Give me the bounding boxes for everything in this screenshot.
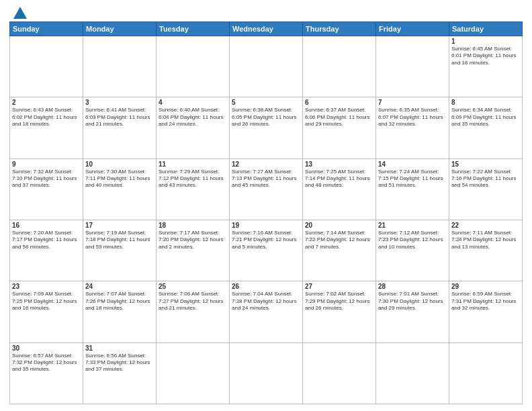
day-number: 27 [305, 283, 373, 290]
calendar-cell: 26Sunrise: 7:04 AM Sunset: 7:28 PM Dayli… [230, 281, 303, 342]
calendar-cell [157, 342, 230, 404]
day-info: Sunrise: 7:29 AM Sunset: 7:12 PM Dayligh… [159, 169, 227, 189]
calendar-cell [83, 36, 157, 97]
weekday-header-wednesday: Wednesday [230, 22, 303, 36]
calendar-cell: 27Sunrise: 7:02 AM Sunset: 7:29 PM Dayli… [303, 281, 376, 342]
day-number: 20 [305, 222, 373, 229]
day-number: 15 [451, 161, 520, 168]
day-info: Sunrise: 6:56 AM Sunset: 7:33 PM Dayligh… [85, 353, 154, 373]
day-info: Sunrise: 6:40 AM Sunset: 6:04 PM Dayligh… [159, 107, 227, 128]
day-info: Sunrise: 6:34 AM Sunset: 6:09 PM Dayligh… [451, 107, 520, 128]
day-info: Sunrise: 7:12 AM Sunset: 7:23 PM Dayligh… [378, 230, 447, 250]
calendar-cell: 2Sunrise: 6:43 AM Sunset: 6:02 PM Daylig… [10, 97, 83, 158]
calendar-cell: 9Sunrise: 7:32 AM Sunset: 7:10 PM Daylig… [10, 158, 83, 220]
day-info: Sunrise: 6:43 AM Sunset: 6:02 PM Dayligh… [12, 107, 81, 128]
calendar-cell [230, 36, 303, 97]
day-number: 21 [378, 222, 447, 229]
calendar-cell: 19Sunrise: 7:16 AM Sunset: 7:21 PM Dayli… [230, 220, 303, 281]
day-info: Sunrise: 7:09 AM Sunset: 7:25 PM Dayligh… [12, 291, 81, 312]
weekday-header-sunday: Sunday [10, 22, 83, 36]
week-row-5: 30Sunrise: 6:57 AM Sunset: 7:32 PM Dayli… [10, 342, 523, 404]
calendar-cell: 24Sunrise: 7:07 AM Sunset: 7:26 PM Dayli… [83, 281, 157, 342]
day-info: Sunrise: 7:30 AM Sunset: 7:11 PM Dayligh… [85, 169, 154, 189]
day-number: 2 [12, 99, 81, 106]
calendar-cell: 14Sunrise: 7:24 AM Sunset: 7:15 PM Dayli… [376, 158, 449, 220]
page: SundayMondayTuesdayWednesdayThursdayFrid… [0, 0, 532, 411]
day-number: 11 [159, 161, 227, 168]
day-info: Sunrise: 7:19 AM Sunset: 7:18 PM Dayligh… [85, 230, 154, 250]
day-number: 23 [12, 283, 81, 290]
day-info: Sunrise: 7:07 AM Sunset: 7:26 PM Dayligh… [85, 291, 154, 312]
day-number: 16 [12, 222, 81, 229]
logo-area [9, 7, 27, 19]
calendar-cell [449, 342, 523, 404]
week-row-0: 1Sunrise: 6:45 AM Sunset: 6:01 PM Daylig… [10, 36, 523, 97]
day-info: Sunrise: 7:17 AM Sunset: 7:20 PM Dayligh… [159, 230, 227, 250]
day-info: Sunrise: 7:06 AM Sunset: 7:27 PM Dayligh… [159, 291, 227, 312]
calendar-cell: 7Sunrise: 6:35 AM Sunset: 6:07 PM Daylig… [376, 97, 449, 158]
calendar-cell: 6Sunrise: 6:37 AM Sunset: 6:06 PM Daylig… [303, 97, 376, 158]
day-number: 6 [305, 99, 373, 106]
calendar-cell: 8Sunrise: 6:34 AM Sunset: 6:09 PM Daylig… [449, 97, 523, 158]
week-row-2: 9Sunrise: 7:32 AM Sunset: 7:10 PM Daylig… [10, 158, 523, 220]
day-number: 24 [85, 283, 154, 290]
calendar-cell [376, 342, 449, 404]
weekday-header-monday: Monday [83, 22, 157, 36]
day-number: 5 [232, 99, 300, 106]
day-info: Sunrise: 7:27 AM Sunset: 7:13 PM Dayligh… [232, 169, 300, 189]
day-number: 29 [451, 283, 520, 290]
day-number: 10 [85, 161, 154, 168]
day-number: 19 [232, 222, 300, 229]
calendar-cell: 30Sunrise: 6:57 AM Sunset: 7:32 PM Dayli… [10, 342, 83, 404]
weekday-header-tuesday: Tuesday [157, 22, 230, 36]
calendar-cell: 11Sunrise: 7:29 AM Sunset: 7:12 PM Dayli… [157, 158, 230, 220]
calendar-cell: 25Sunrise: 7:06 AM Sunset: 7:27 PM Dayli… [157, 281, 230, 342]
day-number: 26 [232, 283, 300, 290]
calendar-cell [303, 36, 376, 97]
calendar-cell: 4Sunrise: 6:40 AM Sunset: 6:04 PM Daylig… [157, 97, 230, 158]
day-info: Sunrise: 7:16 AM Sunset: 7:21 PM Dayligh… [232, 230, 300, 250]
calendar-cell: 12Sunrise: 7:27 AM Sunset: 7:13 PM Dayli… [230, 158, 303, 220]
day-number: 4 [159, 99, 227, 106]
calendar-cell [376, 36, 449, 97]
calendar-table: SundayMondayTuesdayWednesdayThursdayFrid… [9, 21, 523, 404]
day-info: Sunrise: 7:24 AM Sunset: 7:15 PM Dayligh… [378, 169, 447, 189]
calendar-cell [230, 342, 303, 404]
day-number: 13 [305, 161, 373, 168]
calendar-cell: 18Sunrise: 7:17 AM Sunset: 7:20 PM Dayli… [157, 220, 230, 281]
week-row-1: 2Sunrise: 6:43 AM Sunset: 6:02 PM Daylig… [10, 97, 523, 158]
calendar-cell: 13Sunrise: 7:25 AM Sunset: 7:14 PM Dayli… [303, 158, 376, 220]
day-number: 31 [85, 345, 154, 352]
calendar-cell: 22Sunrise: 7:11 AM Sunset: 7:24 PM Dayli… [449, 220, 523, 281]
calendar-cell: 17Sunrise: 7:19 AM Sunset: 7:18 PM Dayli… [83, 220, 157, 281]
day-number: 30 [12, 345, 81, 352]
day-number: 1 [451, 38, 520, 45]
day-info: Sunrise: 6:38 AM Sunset: 6:05 PM Dayligh… [232, 107, 300, 128]
day-info: Sunrise: 7:01 AM Sunset: 7:30 PM Dayligh… [378, 291, 447, 312]
calendar-cell [10, 36, 83, 97]
day-info: Sunrise: 6:35 AM Sunset: 6:07 PM Dayligh… [378, 107, 447, 128]
calendar-cell: 15Sunrise: 7:22 AM Sunset: 7:16 PM Dayli… [449, 158, 523, 220]
weekday-header-saturday: Saturday [449, 22, 523, 36]
week-row-4: 23Sunrise: 7:09 AM Sunset: 7:25 PM Dayli… [10, 281, 523, 342]
calendar-cell: 16Sunrise: 7:20 AM Sunset: 7:17 PM Dayli… [10, 220, 83, 281]
day-number: 12 [232, 161, 300, 168]
day-info: Sunrise: 7:32 AM Sunset: 7:10 PM Dayligh… [12, 169, 81, 189]
weekday-header-thursday: Thursday [303, 22, 376, 36]
day-info: Sunrise: 6:45 AM Sunset: 6:01 PM Dayligh… [451, 46, 520, 66]
day-number: 18 [159, 222, 227, 229]
day-info: Sunrise: 6:37 AM Sunset: 6:06 PM Dayligh… [305, 107, 373, 128]
day-info: Sunrise: 7:20 AM Sunset: 7:17 PM Dayligh… [12, 230, 81, 250]
calendar-cell: 29Sunrise: 6:59 AM Sunset: 7:31 PM Dayli… [449, 281, 523, 342]
calendar-cell: 20Sunrise: 7:14 AM Sunset: 7:22 PM Dayli… [303, 220, 376, 281]
calendar-cell: 23Sunrise: 7:09 AM Sunset: 7:25 PM Dayli… [10, 281, 83, 342]
calendar-cell: 10Sunrise: 7:30 AM Sunset: 7:11 PM Dayli… [83, 158, 157, 220]
calendar-cell: 28Sunrise: 7:01 AM Sunset: 7:30 PM Dayli… [376, 281, 449, 342]
header [9, 7, 523, 19]
day-info: Sunrise: 7:14 AM Sunset: 7:22 PM Dayligh… [305, 230, 373, 250]
calendar-cell: 31Sunrise: 6:56 AM Sunset: 7:33 PM Dayli… [83, 342, 157, 404]
day-number: 9 [12, 161, 81, 168]
week-row-3: 16Sunrise: 7:20 AM Sunset: 7:17 PM Dayli… [10, 220, 523, 281]
day-number: 7 [378, 99, 447, 106]
day-info: Sunrise: 6:41 AM Sunset: 6:03 PM Dayligh… [85, 107, 154, 128]
